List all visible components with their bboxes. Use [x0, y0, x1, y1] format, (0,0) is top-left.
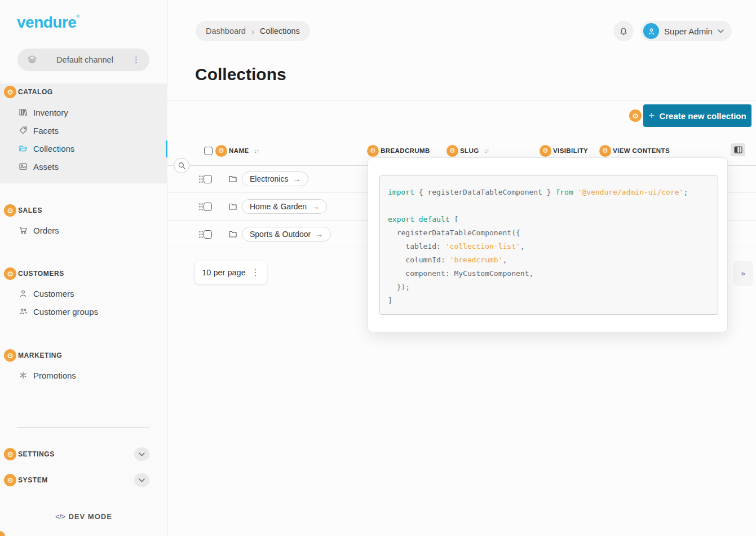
section-label: CUSTOMERS [18, 270, 64, 278]
sidebar-section-marketing: MARKETING [4, 349, 62, 362]
double-chevron-right-icon: » [741, 269, 745, 278]
system-expand-button[interactable] [134, 473, 149, 487]
nav-label: Facets [33, 126, 59, 135]
user-menu[interactable]: Super Admin [640, 21, 732, 41]
plus-icon: + [648, 109, 655, 122]
sidebar-item-customers[interactable]: Customers [19, 284, 74, 302]
code-line: tableId: 'collection-list', [388, 240, 710, 253]
folder-icon [228, 174, 237, 183]
section-label: MARKETING [18, 352, 62, 359]
dev-mode-label: DEV MODE [69, 512, 112, 521]
vendure-logo[interactable]: vendure [17, 14, 79, 32]
folder-icon [228, 230, 237, 239]
sidebar-section-system: SYSTEM [4, 474, 48, 486]
sidebar-item-inventory[interactable]: Inventory [19, 103, 68, 121]
sidebar-item-customer-groups[interactable]: Customer groups [19, 302, 98, 320]
promotions-icon [19, 371, 28, 380]
collection-name: Sports & Outdoor [250, 230, 311, 239]
columns-icon [734, 146, 742, 153]
search-icon [178, 162, 185, 169]
create-new-collection-button[interactable]: + Create new collection [643, 104, 751, 127]
column-picker-button[interactable] [731, 143, 745, 156]
dev-extension-badge-icon[interactable] [4, 86, 16, 98]
column-label: BREADCRUMB [381, 147, 430, 154]
user-name: Super Admin [664, 27, 713, 36]
chevron-down-icon [139, 452, 145, 456]
drag-handle-icon[interactable] [198, 175, 203, 183]
dev-extension-badge-icon[interactable] [215, 145, 227, 157]
select-all-checkbox[interactable] [204, 147, 213, 155]
orders-icon [19, 226, 28, 235]
dev-extension-badge-icon[interactable] [4, 204, 16, 217]
collection-name: Home & Garden [250, 202, 307, 211]
sidebar-item-facets[interactable]: Facets [19, 121, 59, 139]
notifications-button[interactable] [613, 21, 634, 41]
per-page-label: 10 per page [202, 268, 245, 277]
dev-mode-code-popup: import { registerDataTableComponent } fr… [368, 157, 728, 332]
code-icon: </> [55, 513, 65, 521]
code-line: export default [ [388, 213, 710, 226]
section-label: CATALOG [18, 88, 53, 96]
sidebar-section-sales: SALES [4, 204, 42, 217]
dev-extension-badge-icon[interactable] [367, 145, 379, 157]
folder-icon [228, 202, 237, 211]
channel-selector[interactable]: Default channel ⋮ [17, 49, 149, 71]
nav-label: Assets [33, 162, 59, 172]
inventory-icon [19, 108, 28, 117]
sidebar-divider [17, 427, 149, 428]
user-icon [647, 27, 656, 36]
section-label: SETTINGS [18, 450, 55, 458]
sidebar-item-promotions[interactable]: Promotions [19, 366, 76, 384]
dev-extension-badge-icon[interactable] [4, 349, 16, 362]
per-page-selector[interactable]: 10 per page ⋮ [195, 261, 267, 284]
dev-extension-badge-icon[interactable] [540, 145, 551, 157]
arrow-right-icon: → [311, 202, 319, 211]
row-checkbox[interactable] [204, 203, 212, 211]
dev-extension-badge-icon[interactable] [0, 531, 5, 536]
row-checkbox[interactable] [204, 175, 212, 183]
nav-label: Customers [33, 289, 74, 298]
sort-icon[interactable]: ↓↑ [484, 147, 489, 154]
channel-menu-icon[interactable]: ⋮ [132, 55, 140, 65]
breadcrumb-current: Collections [260, 27, 300, 36]
table-header-name: NAME ↓↑ [204, 143, 259, 159]
avatar [643, 23, 659, 39]
dev-extension-badge-icon[interactable] [629, 109, 642, 122]
sidebar-item-orders[interactable]: Orders [19, 221, 59, 239]
table-header-slug: SLUG ↓↑ [446, 143, 489, 159]
row-checkbox[interactable] [204, 230, 212, 239]
app-root: vendure Default channel ⋮ CATALOG Invent… [0, 0, 756, 536]
dev-extension-badge-icon[interactable] [446, 145, 458, 157]
sidebar-section-settings: SETTINGS [4, 448, 55, 460]
collections-icon [19, 144, 28, 153]
code-line: columnId: 'breadcrumb', [388, 253, 710, 267]
dev-extension-badge-icon[interactable] [599, 145, 611, 157]
table-header-view-contents: VIEW CONTENTS [599, 143, 670, 159]
customer-groups-icon [19, 307, 28, 316]
code-line: registerDataTableComponent({ [388, 226, 710, 240]
page-title: Collections [195, 65, 286, 84]
dev-mode-toggle[interactable]: </>DEV MODE [0, 512, 167, 521]
dev-extension-badge-icon[interactable] [4, 474, 16, 486]
drag-handle-icon[interactable] [198, 230, 203, 239]
drag-handle-icon[interactable] [198, 203, 203, 211]
settings-expand-button[interactable] [134, 447, 149, 461]
nav-label: Promotions [33, 371, 76, 380]
collection-link-electronics[interactable]: Electronics → [242, 172, 308, 186]
layers-icon [26, 54, 38, 65]
table-search-button[interactable] [174, 158, 189, 173]
sidebar-item-collections[interactable]: Collections [19, 139, 74, 157]
bell-icon [618, 26, 629, 36]
breadcrumb-dashboard-link[interactable]: Dashboard [206, 27, 246, 36]
table-header-visibility: VISIBILITY [540, 143, 588, 159]
dev-extension-badge-icon[interactable] [4, 448, 16, 460]
sort-icon[interactable]: ↓↑ [254, 147, 259, 154]
code-line: import { registerDataTableComponent } fr… [388, 186, 710, 199]
collection-link-sports-outdoor[interactable]: Sports & Outdoor → [242, 227, 331, 241]
sidebar-item-assets[interactable]: Assets [19, 157, 59, 175]
collection-link-home-garden[interactable]: Home & Garden → [242, 199, 327, 214]
header-divider [167, 100, 756, 100]
pagination-next-button[interactable]: » [733, 261, 753, 286]
nav-label: Customer groups [33, 307, 98, 317]
dev-extension-badge-icon[interactable] [4, 267, 16, 280]
